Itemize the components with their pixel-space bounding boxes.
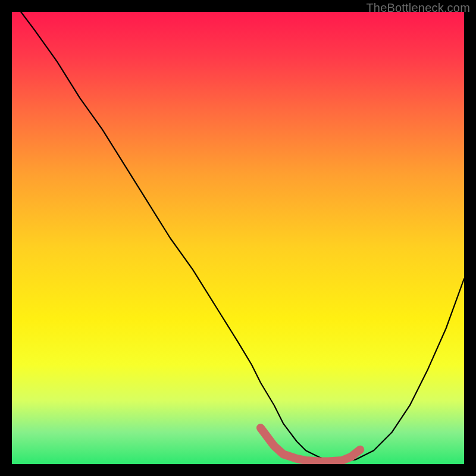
optimal-range-highlight xyxy=(261,428,360,461)
bottleneck-curve xyxy=(21,12,464,461)
plot-area xyxy=(12,12,464,464)
chart-svg xyxy=(12,12,464,464)
chart-frame: TheBottleneck.com xyxy=(0,0,476,476)
